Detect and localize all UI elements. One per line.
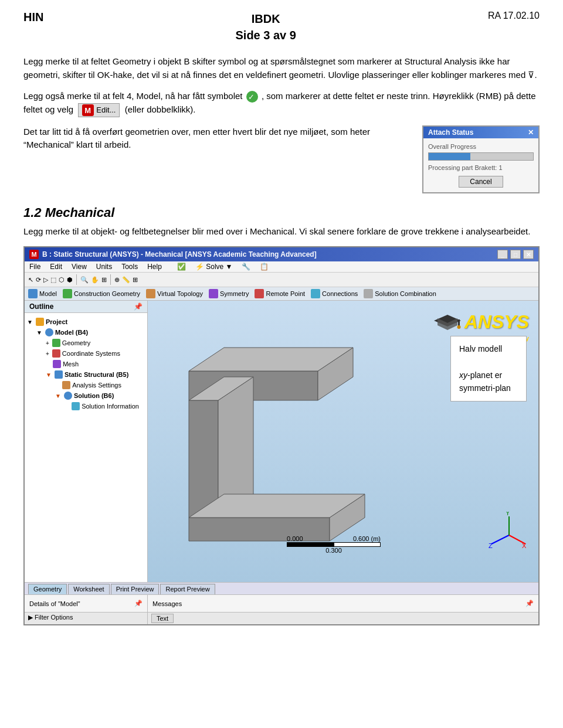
ansys-app-icon: M	[29, 250, 39, 259]
toolbar-icon-probe[interactable]: ⊕	[114, 276, 120, 284]
filter-right-panel: Text	[148, 613, 538, 624]
static-tree-icon	[55, 370, 63, 379]
tree-item-solution[interactable]: ▼ Solution (B6)	[55, 390, 145, 401]
section-1-2-text: Legg merke til at objekt- og feltbetegne…	[23, 225, 540, 239]
outline-tree: ▼ Project ▼ Model (B4) + Geometry	[25, 313, 147, 582]
two-column-section: Det tar litt tid å få overført geometrie…	[23, 125, 540, 193]
messages-pin-icon[interactable]: 📌	[525, 600, 534, 607]
ansys-titlebar: M B : Static Structural (ANSYS) - Mechan…	[25, 247, 538, 261]
ansys-menubar: File Edit View Units Tools Help ✅ ⚡ Solv…	[25, 261, 538, 273]
minimize-button[interactable]: _	[497, 250, 508, 259]
menu-help[interactable]: Help	[147, 263, 162, 271]
ribbon-model[interactable]: Model	[28, 289, 57, 298]
ansys-titlebar-left: M B : Static Structural (ANSYS) - Mechan…	[29, 250, 317, 259]
toolbar-icon-edge[interactable]: ⬡	[59, 276, 65, 284]
toolbar-icon-rotate[interactable]: ⟳	[36, 276, 41, 284]
details-pin-icon[interactable]: 📌	[134, 600, 143, 607]
paragraph-1: Legg merke til at feltet Geometry i obje…	[23, 55, 540, 81]
green-check-icon	[246, 91, 258, 103]
annotation-italic-text: xy	[459, 370, 467, 380]
paragraph-2: Legg også merke til at felt 4, Model, nå…	[23, 90, 540, 117]
toolbar-sep-2	[110, 274, 111, 285]
svg-line-13	[491, 535, 509, 544]
svg-text:X: X	[522, 542, 527, 549]
menu-edit[interactable]: Edit	[50, 263, 62, 271]
svg-text:Y: Y	[506, 512, 510, 516]
coord-tree-icon	[52, 349, 60, 358]
tab-print-preview[interactable]: Print Preview	[111, 584, 160, 594]
tree-item-geometry[interactable]: + Geometry	[46, 338, 145, 348]
3d-model-view	[154, 324, 459, 547]
menu-tools[interactable]: Tools	[121, 263, 138, 271]
attach-cancel-button[interactable]: Cancel	[459, 176, 503, 188]
ribbon-symmetry[interactable]: Symmetry	[209, 289, 249, 298]
toolbar-icon-ruler[interactable]: 📏	[122, 276, 130, 284]
main-content: Legg merke til at feltet Geometry i obje…	[0, 49, 563, 631]
toolbar-icon-cursor[interactable]: ↖	[28, 276, 33, 284]
ansys-mechanical-window: M B : Static Structural (ANSYS) - Mechan…	[23, 246, 540, 625]
toolbar-icon-grid[interactable]: ⊞	[133, 276, 138, 284]
ribbon-virtual-topology[interactable]: Virtual Topology	[146, 289, 203, 298]
model-icon	[28, 289, 38, 298]
tab-geometry[interactable]: Geometry	[28, 584, 67, 594]
tree-item-analysis-settings[interactable]: Analysis Settings	[55, 380, 145, 390]
geometry-tree-icon	[52, 339, 60, 347]
annotation-box: Halv modell xy-planet er symmetri-plan	[450, 336, 527, 402]
toolbar-icon-face[interactable]: ⬢	[67, 276, 73, 284]
details-panel-label: Details of "Model" 📌	[25, 595, 148, 612]
tree-item-static-structural[interactable]: ▼ Static Structural (B5)	[46, 369, 145, 380]
tree-item-mesh[interactable]: Mesh	[46, 359, 145, 369]
ansys-ribbon: Model Construction Geometry Virtual Topo…	[25, 287, 538, 301]
tab-worksheet[interactable]: Worksheet	[68, 584, 109, 594]
header-left: HIN	[23, 11, 43, 24]
coord-axes-svg: Z X Y	[486, 512, 527, 553]
tab-report-preview[interactable]: Report Preview	[160, 584, 215, 594]
tree-item-solution-info[interactable]: Solution Information	[65, 401, 145, 411]
paragraph-3-text: Det tar litt tid å få overført geometrie…	[23, 125, 411, 160]
attach-dialog-close-icon[interactable]: ✕	[528, 128, 534, 137]
attach-dialog-body: Overall Progress Processing part Brakett…	[423, 138, 538, 192]
menu-units[interactable]: Units	[96, 263, 112, 271]
toolbar-icon-fit[interactable]: ⊞	[101, 276, 107, 284]
menu-file[interactable]: File	[29, 263, 40, 271]
connections-icon	[311, 289, 320, 298]
toolbar-icon-zoom[interactable]: 🔍	[80, 276, 89, 284]
toolbar-icon-pan[interactable]: ✋	[91, 276, 99, 284]
virtual-topology-icon	[146, 289, 155, 298]
messages-panel: Messages 📌	[148, 595, 538, 612]
messages-text-label: Text	[151, 614, 174, 623]
viewport[interactable]: ANSYS Noncommercial use only	[148, 301, 538, 582]
coord-axes: Z X Y	[486, 512, 527, 553]
attach-status-dialog: Attach Status ✕ Overall Progress Process…	[422, 125, 540, 193]
analysis-tree-icon	[62, 381, 70, 389]
ribbon-construction-geometry[interactable]: Construction Geometry	[63, 289, 140, 298]
solution-tree-icon	[64, 392, 72, 400]
toolbar-icon-box[interactable]: ⬚	[50, 276, 56, 284]
maximize-button[interactable]: □	[510, 250, 521, 259]
section-1-2-heading: 1.2 Mechanical	[23, 205, 540, 220]
outline-panel-title: Outline 📌	[25, 301, 147, 313]
check-icon: ✅	[177, 263, 186, 271]
tree-item-coord[interactable]: + Coordinate Systems	[46, 348, 145, 359]
filter-expand-icon[interactable]: ▶	[28, 614, 33, 621]
ribbon-connections[interactable]: Connections	[311, 289, 358, 298]
solution-combination-icon	[364, 289, 373, 298]
filter-row: ▶ Filter Options Text	[25, 612, 538, 624]
remote-point-icon	[255, 289, 264, 298]
tree-item-model[interactable]: ▼ Model (B4)	[36, 327, 145, 338]
close-button[interactable]: ✕	[523, 250, 534, 259]
ribbon-remote-point[interactable]: Remote Point	[255, 289, 305, 298]
menu-view[interactable]: View	[72, 263, 87, 271]
tree-item-project[interactable]: ▼ Project	[27, 317, 145, 327]
ansys-bottom-panels: Details of "Model" 📌 Messages 📌	[25, 594, 538, 612]
attach-progress-fill	[429, 153, 470, 160]
svg-marker-7	[189, 400, 218, 518]
attach-progress-bar	[428, 152, 534, 161]
toolbar-icon-select[interactable]: ▷	[43, 276, 48, 284]
header-right: RA 17.02.10	[488, 11, 540, 21]
ansys-body: Outline 📌 ▼ Project ▼ Model (B4)	[25, 301, 538, 582]
ansys-tabs: Geometry Worksheet Print Preview Report …	[25, 582, 538, 594]
scale-bar: 0.000 0.600 (m) 0.300	[287, 535, 381, 554]
ribbon-solution-combination[interactable]: Solution Combination	[364, 289, 436, 298]
outline-pin-icon[interactable]: 📌	[134, 302, 143, 311]
